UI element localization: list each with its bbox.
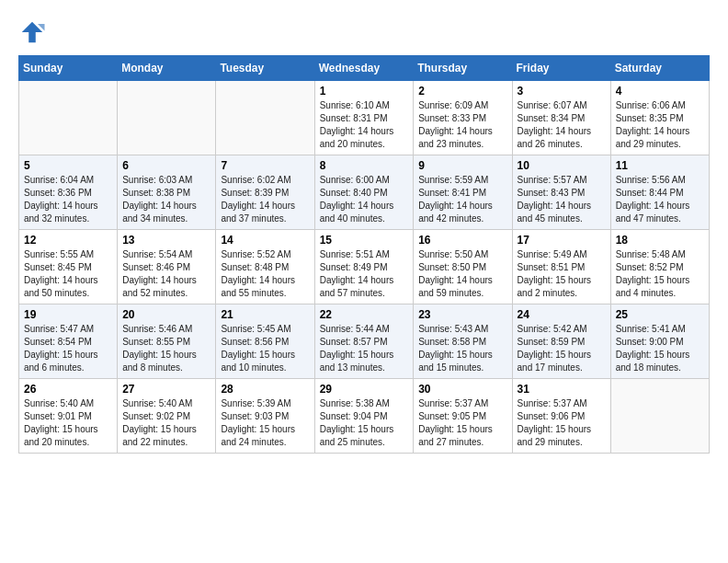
day-number: 19 <box>24 308 112 321</box>
day-detail: Sunrise: 5:50 AM Sunset: 8:50 PM Dayligh… <box>418 248 506 300</box>
calendar-cell: 25Sunrise: 5:41 AM Sunset: 9:00 PM Dayli… <box>610 304 709 379</box>
day-detail: Sunrise: 5:44 AM Sunset: 8:57 PM Dayligh… <box>320 323 409 374</box>
week-row-2: 5Sunrise: 6:04 AM Sunset: 8:36 PM Daylig… <box>19 155 710 230</box>
calendar-cell: 14Sunrise: 5:52 AM Sunset: 8:48 PM Dayli… <box>216 230 314 304</box>
calendar-cell: 13Sunrise: 5:54 AM Sunset: 8:46 PM Dayli… <box>118 230 216 304</box>
calendar-cell <box>610 379 709 454</box>
calendar-cell <box>19 81 118 155</box>
calendar-cell: 20Sunrise: 5:46 AM Sunset: 8:55 PM Dayli… <box>118 304 216 379</box>
calendar-cell: 28Sunrise: 5:39 AM Sunset: 9:03 PM Dayli… <box>216 379 314 454</box>
calendar-cell: 4Sunrise: 6:06 AM Sunset: 8:35 PM Daylig… <box>610 81 709 155</box>
day-number: 1 <box>320 85 409 98</box>
calendar-cell: 5Sunrise: 6:04 AM Sunset: 8:36 PM Daylig… <box>19 155 118 230</box>
day-detail: Sunrise: 5:39 AM Sunset: 9:03 PM Dayligh… <box>221 397 309 449</box>
day-detail: Sunrise: 6:02 AM Sunset: 8:39 PM Dayligh… <box>221 174 309 225</box>
day-detail: Sunrise: 6:00 AM Sunset: 8:40 PM Dayligh… <box>320 174 409 225</box>
day-number: 5 <box>24 159 112 172</box>
day-number: 20 <box>122 308 210 321</box>
logo <box>18 18 48 46</box>
day-number: 28 <box>221 383 309 396</box>
day-detail: Sunrise: 5:48 AM Sunset: 8:52 PM Dayligh… <box>616 248 704 300</box>
day-detail: Sunrise: 5:37 AM Sunset: 9:05 PM Dayligh… <box>418 397 506 449</box>
calendar-cell: 7Sunrise: 6:02 AM Sunset: 8:39 PM Daylig… <box>216 155 314 230</box>
day-detail: Sunrise: 5:52 AM Sunset: 8:48 PM Dayligh… <box>221 248 309 300</box>
day-header-saturday: Saturday <box>610 56 709 81</box>
day-number: 17 <box>518 234 606 247</box>
day-number: 13 <box>122 234 210 247</box>
day-detail: Sunrise: 6:07 AM Sunset: 8:34 PM Dayligh… <box>518 99 606 151</box>
day-number: 10 <box>518 159 606 172</box>
day-number: 2 <box>418 85 506 98</box>
week-row-3: 12Sunrise: 5:55 AM Sunset: 8:45 PM Dayli… <box>19 230 710 304</box>
calendar-cell: 6Sunrise: 6:03 AM Sunset: 8:38 PM Daylig… <box>118 155 216 230</box>
day-number: 15 <box>320 234 409 247</box>
day-detail: Sunrise: 5:45 AM Sunset: 8:56 PM Dayligh… <box>221 323 309 374</box>
day-number: 24 <box>518 308 606 321</box>
calendar-table: SundayMondayTuesdayWednesdayThursdayFrid… <box>18 55 710 454</box>
day-number: 30 <box>418 383 506 396</box>
day-detail: Sunrise: 6:09 AM Sunset: 8:33 PM Dayligh… <box>418 99 506 151</box>
day-detail: Sunrise: 6:04 AM Sunset: 8:36 PM Dayligh… <box>24 174 112 225</box>
calendar-cell: 21Sunrise: 5:45 AM Sunset: 8:56 PM Dayli… <box>216 304 314 379</box>
day-number: 12 <box>24 234 112 247</box>
calendar-cell: 18Sunrise: 5:48 AM Sunset: 8:52 PM Dayli… <box>610 230 709 304</box>
day-number: 26 <box>24 383 112 396</box>
day-detail: Sunrise: 5:42 AM Sunset: 8:59 PM Dayligh… <box>518 323 606 374</box>
calendar-cell: 10Sunrise: 5:57 AM Sunset: 8:43 PM Dayli… <box>512 155 610 230</box>
day-detail: Sunrise: 5:40 AM Sunset: 9:02 PM Dayligh… <box>122 397 210 449</box>
calendar-cell <box>216 81 314 155</box>
day-number: 22 <box>320 308 409 321</box>
calendar-cell: 23Sunrise: 5:43 AM Sunset: 8:58 PM Dayli… <box>414 304 512 379</box>
day-header-wednesday: Wednesday <box>314 56 414 81</box>
calendar-cell: 24Sunrise: 5:42 AM Sunset: 8:59 PM Dayli… <box>512 304 610 379</box>
day-number: 16 <box>418 234 506 247</box>
day-detail: Sunrise: 5:55 AM Sunset: 8:45 PM Dayligh… <box>24 248 112 300</box>
calendar-cell: 3Sunrise: 6:07 AM Sunset: 8:34 PM Daylig… <box>512 81 610 155</box>
week-row-1: 1Sunrise: 6:10 AM Sunset: 8:31 PM Daylig… <box>19 81 710 155</box>
day-detail: Sunrise: 5:40 AM Sunset: 9:01 PM Dayligh… <box>24 397 112 449</box>
page-header <box>18 18 710 46</box>
calendar-cell: 27Sunrise: 5:40 AM Sunset: 9:02 PM Dayli… <box>118 379 216 454</box>
day-detail: Sunrise: 5:59 AM Sunset: 8:41 PM Dayligh… <box>418 174 506 225</box>
calendar-cell: 12Sunrise: 5:55 AM Sunset: 8:45 PM Dayli… <box>19 230 118 304</box>
calendar-cell: 11Sunrise: 5:56 AM Sunset: 8:44 PM Dayli… <box>610 155 709 230</box>
calendar-cell: 8Sunrise: 6:00 AM Sunset: 8:40 PM Daylig… <box>314 155 414 230</box>
day-detail: Sunrise: 5:54 AM Sunset: 8:46 PM Dayligh… <box>122 248 210 300</box>
day-number: 23 <box>418 308 506 321</box>
calendar-cell: 1Sunrise: 6:10 AM Sunset: 8:31 PM Daylig… <box>314 81 414 155</box>
day-header-friday: Friday <box>512 56 610 81</box>
day-detail: Sunrise: 5:51 AM Sunset: 8:49 PM Dayligh… <box>320 248 409 300</box>
day-number: 6 <box>122 159 210 172</box>
day-number: 3 <box>518 85 606 98</box>
day-detail: Sunrise: 5:47 AM Sunset: 8:54 PM Dayligh… <box>24 323 112 374</box>
day-detail: Sunrise: 5:57 AM Sunset: 8:43 PM Dayligh… <box>518 174 606 225</box>
day-header-monday: Monday <box>118 56 216 81</box>
day-detail: Sunrise: 5:38 AM Sunset: 9:04 PM Dayligh… <box>320 397 409 449</box>
day-number: 11 <box>616 159 704 172</box>
day-number: 9 <box>418 159 506 172</box>
day-header-thursday: Thursday <box>414 56 512 81</box>
calendar-cell: 26Sunrise: 5:40 AM Sunset: 9:01 PM Dayli… <box>19 379 118 454</box>
day-detail: Sunrise: 5:49 AM Sunset: 8:51 PM Dayligh… <box>518 248 606 300</box>
day-detail: Sunrise: 5:43 AM Sunset: 8:58 PM Dayligh… <box>418 323 506 374</box>
calendar-cell <box>118 81 216 155</box>
day-number: 25 <box>616 308 704 321</box>
day-number: 21 <box>221 308 309 321</box>
header-row: SundayMondayTuesdayWednesdayThursdayFrid… <box>19 56 710 81</box>
logo-icon <box>18 18 46 46</box>
day-number: 7 <box>221 159 309 172</box>
calendar-cell: 30Sunrise: 5:37 AM Sunset: 9:05 PM Dayli… <box>414 379 512 454</box>
week-row-5: 26Sunrise: 5:40 AM Sunset: 9:01 PM Dayli… <box>19 379 710 454</box>
day-detail: Sunrise: 5:41 AM Sunset: 9:00 PM Dayligh… <box>616 323 704 374</box>
day-header-tuesday: Tuesday <box>216 56 314 81</box>
day-number: 8 <box>320 159 409 172</box>
day-header-sunday: Sunday <box>19 56 118 81</box>
day-detail: Sunrise: 5:56 AM Sunset: 8:44 PM Dayligh… <box>616 174 704 225</box>
calendar-cell: 22Sunrise: 5:44 AM Sunset: 8:57 PM Dayli… <box>314 304 414 379</box>
calendar-cell: 17Sunrise: 5:49 AM Sunset: 8:51 PM Dayli… <box>512 230 610 304</box>
calendar-cell: 2Sunrise: 6:09 AM Sunset: 8:33 PM Daylig… <box>414 81 512 155</box>
calendar-cell: 29Sunrise: 5:38 AM Sunset: 9:04 PM Dayli… <box>314 379 414 454</box>
calendar-cell: 9Sunrise: 5:59 AM Sunset: 8:41 PM Daylig… <box>414 155 512 230</box>
calendar-cell: 31Sunrise: 5:37 AM Sunset: 9:06 PM Dayli… <box>512 379 610 454</box>
day-detail: Sunrise: 5:37 AM Sunset: 9:06 PM Dayligh… <box>518 397 606 449</box>
